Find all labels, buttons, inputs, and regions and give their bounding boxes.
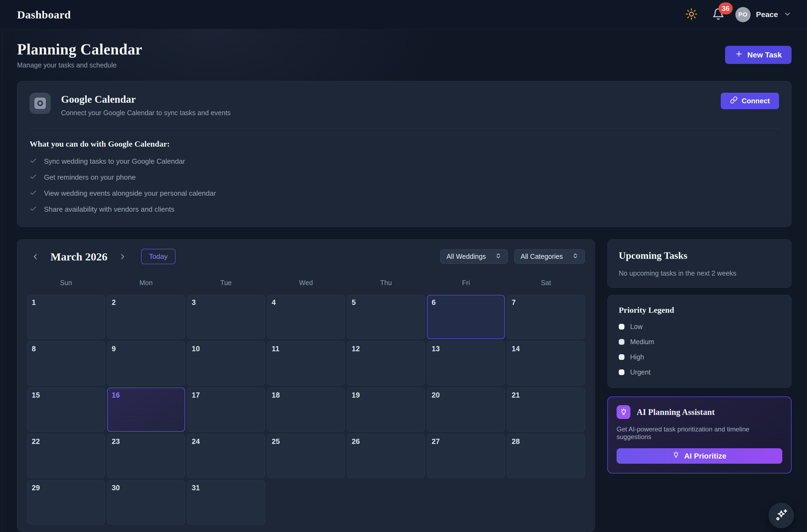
day-cell[interactable]: 26 [347,434,425,478]
day-number: 12 [351,345,420,353]
day-cell[interactable]: 24 [187,434,265,478]
topbar-title: Dashboard [17,8,71,21]
day-number: 22 [32,437,100,446]
day-number: 4 [272,298,341,307]
notification-count-badge: 36 [719,2,733,14]
day-cell[interactable]: 16 [107,387,185,432]
weekday-label: Thu [347,279,425,287]
ai-assistant-card: AI Planning Assistant Get AI-powered tas… [607,397,791,473]
day-number: 9 [112,345,180,353]
day-cell[interactable]: 11 [267,341,345,385]
page-subtitle: Manage your tasks and schedule [17,61,142,69]
divider [30,128,779,129]
sparkles-icon [774,508,788,523]
day-cell[interactable]: 29 [27,480,105,525]
day-number: 8 [32,345,100,353]
legend-item: Urgent [619,368,780,376]
day-cell[interactable]: 20 [427,387,505,432]
day-cell[interactable]: 14 [507,341,585,385]
legend-item: High [619,353,780,361]
next-month-button[interactable] [114,250,131,263]
day-cell[interactable]: 23 [107,434,185,478]
features-list: Sync wedding tasks to your Google Calend… [30,157,779,213]
chevron-right-icon [118,252,127,261]
day-number: 30 [112,484,180,492]
priority-label: Low [630,323,643,331]
day-cell[interactable]: 12 [347,341,425,385]
day-cell[interactable]: 18 [267,387,345,432]
day-number: 23 [112,437,180,446]
day-cell[interactable]: 31 [187,480,265,525]
ai-sparkle-fab[interactable] [769,503,794,528]
connect-button[interactable]: Connect [721,93,779,109]
day-cell[interactable]: 25 [267,434,345,478]
weekday-label: Mon [107,279,185,287]
day-number: 3 [192,298,260,307]
notifications-button[interactable]: 36 [712,8,725,21]
day-number: 2 [112,298,180,307]
day-cell[interactable]: 28 [507,434,585,478]
day-cell[interactable]: 8 [27,341,105,385]
day-number: 21 [512,391,580,399]
day-cell[interactable]: 17 [187,387,265,432]
upcoming-tasks-card: Upcoming Tasks No upcoming tasks in the … [607,239,791,288]
day-cell[interactable]: 19 [347,387,425,432]
feature-label: View wedding events alongside your perso… [44,189,216,197]
day-number: 7 [512,298,580,307]
day-number: 19 [351,391,420,399]
day-cell[interactable]: 21 [507,387,585,432]
day-number: 5 [351,298,420,307]
weddings-filter-select[interactable]: All Weddings [440,249,508,264]
day-cell[interactable]: 10 [187,341,265,385]
prev-month-button[interactable] [27,250,43,263]
legend-item: Low [619,323,780,331]
day-cell[interactable]: 5 [347,295,425,339]
day-cell[interactable]: 3 [187,295,265,339]
day-number: 17 [192,391,260,399]
weekday-header-row: Sun Mon Tue Wed Thu Fri Sat [27,279,585,287]
day-cell[interactable]: 22 [27,434,105,478]
day-cell[interactable]: 27 [427,434,505,478]
feature-label: Sync wedding tasks to your Google Calend… [44,157,185,166]
ai-prioritize-button[interactable]: AI Prioritize [617,448,782,464]
day-cell[interactable]: 30 [107,480,185,525]
day-number: 27 [432,437,500,446]
select-chevrons-icon [495,252,501,261]
day-cell[interactable]: 1 [27,295,105,339]
day-cell[interactable]: 2 [107,295,185,339]
avatar: PO [735,7,751,22]
day-number: 20 [432,391,500,399]
new-task-button[interactable]: New Task [725,46,791,64]
lightbulb-icon [673,452,679,460]
day-number: 28 [512,437,580,446]
check-icon [30,173,37,182]
google-calendar-app-icon [30,93,51,114]
today-button[interactable]: Today [141,249,176,264]
priority-label: Medium [630,338,654,346]
plus-icon [735,50,743,60]
ai-assistant-title: AI Planning Assistant [637,407,715,417]
select-chevrons-icon [572,252,579,261]
weekday-label: Sat [507,279,585,287]
categories-filter-select[interactable]: All Categories [514,249,585,264]
feature-item: Share availability with vendors and clie… [30,205,779,213]
weekday-label: Fri [427,279,505,287]
day-cell[interactable]: 15 [27,387,105,432]
feature-item: Get reminders on your phone [30,173,779,182]
month-label: March 2026 [51,250,107,263]
day-cell[interactable]: 4 [267,295,345,339]
feature-item: Sync wedding tasks to your Google Calend… [30,157,779,166]
weekday-label: Sun [27,279,105,287]
priority-dot [619,369,624,375]
theme-toggle-button[interactable] [685,8,697,21]
user-menu[interactable]: PO Peace [735,7,791,22]
topbar: Dashboard 36 PO [0,0,807,29]
day-number: 13 [432,345,500,353]
day-cell[interactable]: 9 [107,341,185,385]
day-cell[interactable]: 6 [427,295,505,339]
day-cell[interactable]: 7 [507,295,585,339]
day-number: 29 [32,484,100,492]
day-number: 11 [272,345,341,353]
priority-label: Urgent [630,368,650,376]
day-cell[interactable]: 13 [427,341,505,385]
